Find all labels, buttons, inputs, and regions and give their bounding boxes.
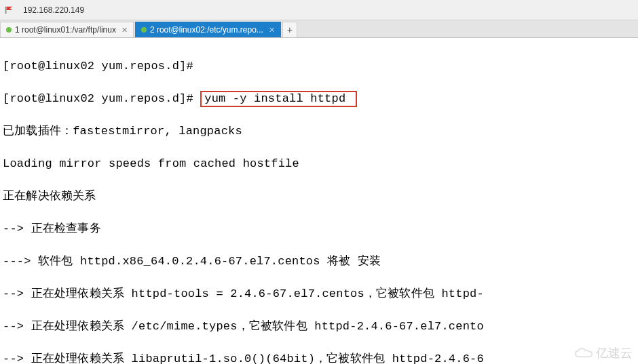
svg-rect-0 <box>5 6 7 14</box>
watermark-text: 亿速云 <box>596 345 633 361</box>
terminal-line: Loading mirror speeds from cached hostfi… <box>3 156 635 172</box>
terminal-output[interactable]: [root@linux02 yum.repos.d]# [root@linux0… <box>0 38 638 364</box>
status-dot-icon <box>141 27 147 33</box>
highlighted-command: yum -y install httpd <box>200 91 356 107</box>
terminal-line: --> 正在处理依赖关系 httpd-tools = 2.4.6-67.el7.… <box>3 286 635 302</box>
terminal-line: --> 正在处理依赖关系 /etc/mime.types，它被软件包 httpd… <box>3 319 635 335</box>
terminal-line: 已加载插件：fastestmirror, langpacks <box>3 123 635 140</box>
terminal-line: --> 正在检查事务 <box>3 221 635 237</box>
terminal-line: [root@linux02 yum.repos.d]# yum -y insta… <box>3 91 635 107</box>
tab-label: 1 root@linux01:/var/ftp/linux <box>15 25 116 35</box>
terminal-line: 正在解决依赖关系 <box>3 188 635 205</box>
tab-bar: 1 root@linux01:/var/ftp/linux ✕ 2 root@l… <box>0 20 638 38</box>
tab-label: 2 root@linux02:/etc/yum.repo... <box>150 25 263 35</box>
shell-prompt: [root@linux02 yum.repos.d]# <box>3 92 200 105</box>
window-titlebar: 192.168.220.149 <box>0 0 638 20</box>
new-tab-button[interactable]: + <box>282 22 297 37</box>
tab-session-1[interactable]: 1 root@linux01:/var/ftp/linux ✕ <box>0 22 134 37</box>
window-title: 192.168.220.149 <box>23 5 84 15</box>
app-flag-icon <box>4 5 14 15</box>
terminal-line: ---> 软件包 httpd.x86_64.0.2.4.6-67.el7.cen… <box>3 254 635 270</box>
watermark: 亿速云 <box>574 345 633 361</box>
tab-session-2[interactable]: 2 root@linux02:/etc/yum.repo... ✕ <box>135 22 281 37</box>
terminal-line: [root@linux02 yum.repos.d]# <box>3 58 635 75</box>
close-icon[interactable]: ✕ <box>121 26 128 35</box>
cloud-icon <box>574 347 593 359</box>
terminal-line: --> 正在处理依赖关系 libaprutil-1.so.0()(64bit)，… <box>3 351 635 364</box>
close-icon[interactable]: ✕ <box>269 26 275 35</box>
status-dot-icon <box>6 27 12 33</box>
